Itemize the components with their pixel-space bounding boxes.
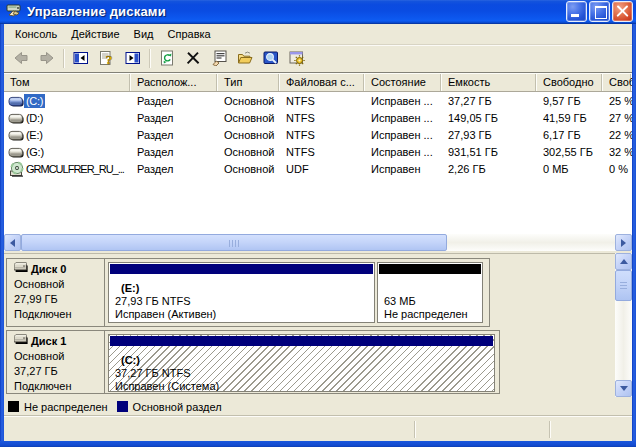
toolbar-button-show-action-pane[interactable] xyxy=(120,47,146,70)
open-folder-icon xyxy=(237,50,253,68)
menu-item-action[interactable]: Действие xyxy=(64,26,126,43)
menu-item-view[interactable]: Вид xyxy=(127,26,161,43)
cell-free_pct: 25 % xyxy=(603,95,632,107)
toolbar-button-properties[interactable] xyxy=(206,47,232,70)
cell-fs: NTFS xyxy=(280,112,365,124)
cell-status: Исправен ... xyxy=(365,129,442,141)
disk-info-panel[interactable]: Диск 0Основной27,99 ГБПодключен xyxy=(7,259,105,326)
toolbar-button-delete[interactable] xyxy=(180,47,206,70)
column-header-type[interactable]: Тип xyxy=(218,73,280,91)
cell-layout: Раздел xyxy=(131,146,218,158)
cell-volume: (E:) xyxy=(4,127,131,143)
maximize-button[interactable] xyxy=(589,1,610,22)
disk-icon xyxy=(14,261,31,278)
volume-row-C[interactable]: (C:)РазделОсновнойNTFSИсправен ...37,27 … xyxy=(4,92,632,109)
region-label: (C:) xyxy=(115,354,494,367)
volume-row-D[interactable]: (D:)РазделОсновнойNTFSИсправен ...149,05… xyxy=(4,109,632,126)
toolbar-button-refresh[interactable] xyxy=(154,47,180,70)
cell-free_pct: 22 % xyxy=(603,129,632,141)
region-size: 37,27 ГБ NTFS xyxy=(115,367,494,380)
hard-drive-icon xyxy=(8,144,24,160)
cell-layout: Раздел xyxy=(131,112,218,124)
cell-free: 9,57 ГБ xyxy=(537,95,603,107)
volume-name: GRMCULFRER_RU_... xyxy=(24,162,126,176)
volume-name: (E:) xyxy=(24,128,45,142)
column-header-free_pct[interactable]: Своб xyxy=(603,73,632,91)
scroll-right-button[interactable] xyxy=(615,234,632,251)
cell-status: Исправен ... xyxy=(365,95,442,107)
scroll-up-arrow-icon xyxy=(620,259,628,264)
status-bar-divider xyxy=(549,421,551,438)
window-border-left xyxy=(0,24,4,447)
show-console-tree-icon xyxy=(73,50,89,68)
column-header-label: Своб xyxy=(609,76,632,88)
scroll-left-button[interactable] xyxy=(4,234,21,251)
disk-status: Подключен xyxy=(14,307,102,322)
menu-item-help[interactable]: Справка xyxy=(161,26,218,43)
vertical-scrollbar[interactable] xyxy=(615,253,632,397)
cell-volume: (D:) xyxy=(4,110,131,126)
column-header-fs[interactable]: Файловая с... xyxy=(280,73,365,91)
cell-type: Основной xyxy=(218,163,280,175)
disk-info-panel[interactable]: Диск 1Основной37,27 ГБПодключен xyxy=(7,331,105,393)
titlebar[interactable]: Управление дисками xyxy=(0,0,636,24)
disk-name: Диск 1 xyxy=(31,334,66,349)
cell-type: Основной xyxy=(218,129,280,141)
column-header-capacity[interactable]: Емкость xyxy=(442,73,537,91)
cell-free_pct: 0 % xyxy=(603,163,632,175)
disk-graphical-pane: Диск 0Основной27,99 ГБПодключен(E:)27,93… xyxy=(4,253,632,397)
disk-kind: Основной xyxy=(14,349,102,364)
scroll-down-button[interactable] xyxy=(615,380,632,397)
cell-free_pct: 32 % xyxy=(603,146,632,158)
horizontal-scrollbar[interactable] xyxy=(4,234,632,251)
disk-icon xyxy=(14,333,31,350)
scroll-up-button[interactable] xyxy=(615,253,632,270)
help-document-icon: ? xyxy=(99,50,115,68)
status-bar xyxy=(4,415,632,441)
column-header-label: Том xyxy=(10,76,30,88)
region-size: 27,93 ГБ NTFS xyxy=(115,295,374,308)
menu-item-console[interactable]: Консоль xyxy=(8,26,64,43)
column-header-status[interactable]: Состояние xyxy=(365,73,442,91)
region-status: Исправен (Система) xyxy=(115,380,494,392)
column-header-volume[interactable]: Том xyxy=(4,73,131,91)
horizontal-scroll-thumb[interactable] xyxy=(21,234,447,251)
cell-capacity: 27,93 ГБ xyxy=(442,129,537,141)
toolbar-button-display[interactable] xyxy=(258,47,284,70)
cell-fs: NTFS xyxy=(280,95,365,107)
volume-list-pane: ТомРасполож...ТипФайловая с...СостояниеЕ… xyxy=(4,72,632,250)
volume-name: (D:) xyxy=(24,111,45,125)
svg-text:?: ? xyxy=(106,52,113,66)
volume-row-GRMCULFRERRU[interactable]: GRMCULFRER_RU_...РазделОсновнойUDFИсправ… xyxy=(4,160,632,177)
disk-management-app-icon xyxy=(6,2,22,20)
legend-item: Не распределен xyxy=(8,401,108,413)
volume-list-body[interactable]: (C:)РазделОсновнойNTFSИсправен ...37,27 … xyxy=(4,92,632,234)
cell-layout: Раздел xyxy=(131,95,218,107)
legend-item: Основной раздел xyxy=(117,401,222,413)
column-header-free[interactable]: Свободно xyxy=(537,73,603,91)
cell-type: Основной xyxy=(218,146,280,158)
partition-region-C[interactable]: (C:)37,27 ГБ NTFSИсправен (Система) xyxy=(108,334,495,392)
cell-volume: (C:) xyxy=(4,93,131,109)
legend-swatch xyxy=(117,401,128,412)
legend-label: Не распределен xyxy=(24,401,108,413)
toolbar-button-forward xyxy=(34,47,60,70)
toolbar-button-help[interactable]: ? xyxy=(94,47,120,70)
region-label xyxy=(384,282,482,295)
disk-size: 37,27 ГБ xyxy=(14,364,102,379)
display-view-icon xyxy=(263,50,279,68)
close-button[interactable] xyxy=(612,1,633,22)
vertical-scroll-thumb[interactable] xyxy=(615,270,632,301)
region-status: Не распределен xyxy=(384,308,482,321)
column-header-layout[interactable]: Располож... xyxy=(131,73,218,91)
disk-name: Диск 0 xyxy=(31,262,66,277)
toolbar-button-open[interactable] xyxy=(232,47,258,70)
partition-region-E[interactable]: (E:)27,93 ГБ NTFSИсправен (Активен) xyxy=(108,262,375,323)
toolbar-button-manage[interactable] xyxy=(284,47,310,70)
volume-row-G[interactable]: (G:)РазделОсновнойNTFSИсправен ...931,51… xyxy=(4,143,632,160)
primary-partition-strip xyxy=(110,336,493,346)
volume-row-E[interactable]: (E:)РазделОсновнойNTFSИсправен ...27,93 … xyxy=(4,126,632,143)
toolbar-button-show-console-tree[interactable] xyxy=(68,47,94,70)
partition-region-unallocated[interactable]: 63 МБНе распределен xyxy=(377,262,483,323)
minimize-button[interactable] xyxy=(566,1,587,22)
